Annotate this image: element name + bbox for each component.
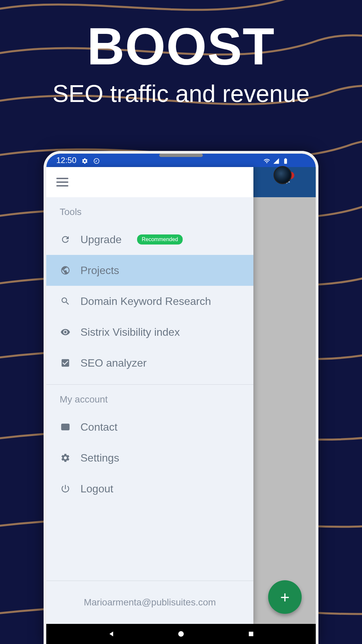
drawer-header bbox=[46, 167, 253, 197]
menu-item-sistrix[interactable]: Sistrix Visibility index bbox=[46, 317, 253, 347]
menu-item-contact[interactable]: Contact bbox=[46, 412, 253, 442]
svg-rect-6 bbox=[249, 632, 253, 636]
plus-icon: + bbox=[280, 588, 290, 606]
settings-status-icon bbox=[81, 157, 88, 164]
menu-item-upgrade[interactable]: Upgrade Recommended bbox=[46, 224, 253, 255]
menu-label: Sistrix Visibility index bbox=[80, 326, 180, 338]
menu-item-projects[interactable]: Projects bbox=[46, 255, 253, 286]
hero-title: BOOST bbox=[0, 17, 362, 76]
section-label-tools: Tools bbox=[46, 197, 253, 224]
power-icon bbox=[60, 483, 71, 494]
nav-recent-button[interactable] bbox=[246, 629, 256, 639]
hero-text: BOOST SEO traffic and revenue bbox=[0, 17, 362, 107]
nav-home-button[interactable] bbox=[176, 629, 186, 639]
recommended-badge: Recommended bbox=[137, 234, 183, 245]
envelope-icon bbox=[60, 421, 71, 433]
hero-subtitle: SEO traffic and revenue bbox=[0, 80, 362, 107]
menu-label: SEO analyzer bbox=[80, 357, 146, 369]
menu-item-logout[interactable]: Logout bbox=[46, 473, 253, 504]
check-box-icon bbox=[60, 357, 71, 369]
navigation-drawer: Tools Upgrade Recommended Projects bbox=[46, 167, 253, 624]
eye-icon bbox=[60, 326, 71, 338]
gear-icon bbox=[60, 452, 71, 464]
svg-rect-2 bbox=[284, 159, 287, 164]
menu-label: Settings bbox=[80, 452, 119, 464]
svg-rect-3 bbox=[285, 158, 286, 159]
refresh-icon bbox=[60, 234, 71, 245]
search-icon bbox=[60, 296, 71, 307]
status-time: 12:50 bbox=[56, 156, 76, 165]
battery-icon bbox=[282, 157, 289, 164]
sync-status-icon bbox=[93, 157, 100, 164]
fab-add-button[interactable]: + bbox=[268, 580, 302, 614]
android-nav-bar bbox=[46, 624, 316, 644]
menu-label: Domain Keyword Research bbox=[80, 295, 211, 308]
menu-item-seo-analyzer[interactable]: SEO analyzer bbox=[46, 347, 253, 378]
section-label-account: My account bbox=[46, 385, 253, 412]
menu-label: Projects bbox=[80, 264, 119, 277]
menu-label: Contact bbox=[80, 421, 117, 433]
wifi-icon bbox=[263, 157, 270, 164]
drawer-body: Tools Upgrade Recommended Projects bbox=[46, 197, 253, 581]
globe-icon bbox=[60, 265, 71, 276]
signal-icon bbox=[273, 157, 280, 164]
menu-item-keyword-research[interactable]: Domain Keyword Research bbox=[46, 286, 253, 317]
user-email: Marioarmenta@publisuites.com bbox=[84, 597, 216, 607]
nav-back-button[interactable] bbox=[106, 629, 116, 639]
phone-mockup: 12:50 + bbox=[44, 151, 318, 644]
phone-speaker bbox=[159, 154, 203, 157]
menu-label: Logout bbox=[80, 483, 113, 495]
menu-item-settings[interactable]: Settings bbox=[46, 442, 253, 473]
phone-camera bbox=[274, 166, 292, 184]
hamburger-menu-button[interactable] bbox=[56, 178, 68, 186]
menu-label: Upgrade bbox=[80, 233, 122, 246]
drawer-footer: Marioarmenta@publisuites.com bbox=[46, 581, 253, 624]
svg-point-5 bbox=[178, 631, 184, 637]
